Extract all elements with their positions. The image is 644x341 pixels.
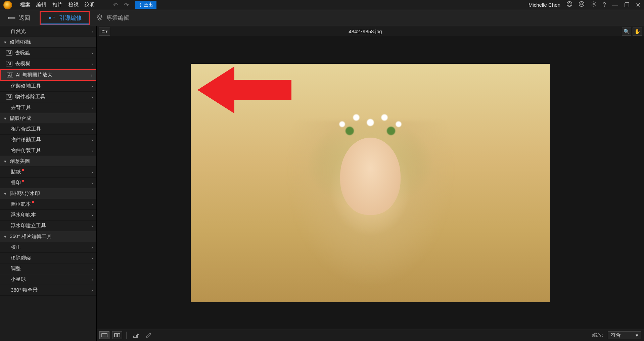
item-label: 小星球 xyxy=(11,276,26,283)
item-label: 移除腳架 xyxy=(11,255,31,261)
folder-dropdown[interactable]: 🗀▾ xyxy=(99,28,110,36)
upload-icon: ⇪ xyxy=(138,2,142,8)
chevron-down-icon: ▾ xyxy=(636,332,638,338)
tab-expert-edit[interactable]: 專業編輯 xyxy=(90,10,136,26)
user-name: Michelle Chen xyxy=(528,2,560,8)
expert-label: 專業編輯 xyxy=(106,14,129,22)
main-area: 自然光 › ▼修補/移除AI去噪點›AI去模糊›AIAI 無損圖片放大›仿製修補… xyxy=(0,26,644,341)
sidebar-item[interactable]: AIAI 無損圖片放大› xyxy=(0,69,96,81)
redo-icon[interactable]: ↷ xyxy=(124,1,129,9)
sidebar-group-header[interactable]: ▼圖框與浮水印 xyxy=(0,188,96,199)
export-button[interactable]: ⇪ 匯出 xyxy=(135,1,156,9)
new-dot-icon xyxy=(32,201,34,203)
help-icon[interactable]: ? xyxy=(603,1,606,8)
close-icon[interactable]: ✕ xyxy=(636,1,641,9)
sidebar-item[interactable]: 校正› xyxy=(0,242,96,253)
ai-badge-icon: AI xyxy=(6,94,12,100)
eyedropper-button[interactable] xyxy=(143,331,153,339)
sidebar-item-natural-light[interactable]: 自然光 › xyxy=(0,26,96,37)
item-label: 仿製修補工具 xyxy=(11,83,41,89)
sidebar-item[interactable]: 小星球› xyxy=(0,274,96,285)
menu-photo[interactable]: 相片 xyxy=(52,2,62,8)
item-label: 去噪點 xyxy=(15,50,30,56)
sidebar-item[interactable]: 浮水印範本› xyxy=(0,210,96,221)
sidebar-item[interactable]: AI去噪點› xyxy=(0,48,96,58)
svg-rect-4 xyxy=(102,334,107,337)
wand-icon: ✦⁺ xyxy=(47,14,56,22)
item-label: 物件移除工具 xyxy=(15,94,45,100)
sidebar-group-header[interactable]: ▼修補/移除 xyxy=(0,37,96,48)
view-single-button[interactable] xyxy=(99,331,109,339)
triangle-down-icon: ▼ xyxy=(3,116,7,120)
sidebar-item[interactable]: 調整› xyxy=(0,263,96,274)
chevron-right-icon: › xyxy=(91,61,93,66)
chevron-right-icon: › xyxy=(91,202,93,207)
chevron-right-icon: › xyxy=(91,212,93,218)
back-button[interactable]: ⟸ 返回 xyxy=(0,10,40,26)
chevron-right-icon: › xyxy=(91,72,92,78)
sidebar-item[interactable]: 移除腳架› xyxy=(0,253,96,263)
sidebar-item[interactable]: 360° 轉全景› xyxy=(0,285,96,296)
separator xyxy=(126,332,127,339)
chevron-right-icon: › xyxy=(91,29,93,34)
sidebar-item[interactable]: 仿製修補工具› xyxy=(0,81,96,92)
sidebar-item[interactable]: 浮水印建立工具› xyxy=(0,221,96,231)
canvas-header: 🗀▾ 484279858.jpg 🔍 ✋ xyxy=(97,26,644,37)
settings-icon[interactable] xyxy=(591,1,597,9)
sidebar-item[interactable]: AI去模糊› xyxy=(0,58,96,69)
chevron-right-icon: › xyxy=(91,84,93,89)
maximize-icon[interactable]: ❐ xyxy=(624,1,630,9)
item-label: 自然光 xyxy=(11,28,26,35)
item-label: 調整 xyxy=(11,265,21,272)
new-dot-icon xyxy=(22,180,24,182)
sidebar-item[interactable]: 去背工具› xyxy=(0,102,96,113)
sidebar-group-header[interactable]: ▼創意美圖 xyxy=(0,156,96,167)
sidebar-group-header[interactable]: ▼360° 相片編輯工具 xyxy=(0,231,96,242)
sidebar[interactable]: 自然光 › ▼修補/移除AI去噪點›AI去模糊›AIAI 無損圖片放大›仿製修補… xyxy=(0,26,97,341)
zoom-label: 縮放: xyxy=(592,332,603,338)
item-label: 校正 xyxy=(11,244,21,250)
hand-icon: ✋ xyxy=(634,29,641,35)
view-compare-button[interactable] xyxy=(112,331,122,339)
image-viewport[interactable] xyxy=(97,37,644,329)
zoom-tool-button[interactable]: 🔍 xyxy=(622,28,631,36)
tab-guided-edit[interactable]: ✦⁺ 引導編修 xyxy=(40,11,90,25)
open-filename: 484279858.jpg xyxy=(110,29,620,34)
histogram-button[interactable] xyxy=(131,331,141,339)
sidebar-item[interactable]: 物件仿製工具› xyxy=(0,145,96,156)
menu-view[interactable]: 檢視 xyxy=(68,2,79,8)
chevron-right-icon: › xyxy=(91,169,93,175)
item-label: 浮水印範本 xyxy=(11,212,36,218)
undo-icon[interactable]: ↶ xyxy=(113,1,118,9)
sidebar-item[interactable]: 疊印› xyxy=(0,178,96,188)
pan-tool-button[interactable]: ✋ xyxy=(633,28,642,36)
triangle-down-icon: ▼ xyxy=(3,192,7,196)
sidebar-item[interactable]: 相片合成工具› xyxy=(0,124,96,135)
menu-help[interactable]: 說明 xyxy=(85,2,95,8)
chevron-right-icon: › xyxy=(91,137,93,143)
guided-label: 引導編修 xyxy=(59,14,82,22)
sidebar-item[interactable]: AI物件移除工具› xyxy=(0,92,96,102)
chevron-right-icon: › xyxy=(91,94,93,100)
sidebar-item[interactable]: 貼紙› xyxy=(0,167,96,178)
back-label: 返回 xyxy=(19,14,30,22)
menu-file[interactable]: 檔案 xyxy=(20,2,30,8)
magnifier-icon: 🔍 xyxy=(624,29,630,35)
svg-rect-6 xyxy=(118,334,120,337)
menu-edit[interactable]: 編輯 xyxy=(36,2,46,8)
item-label: 貼紙 xyxy=(11,169,21,175)
app-logo xyxy=(3,1,12,9)
active-tab-underline xyxy=(41,23,89,25)
sidebar-group-header[interactable]: ▼擷取/合成 xyxy=(0,113,96,124)
triangle-down-icon: ▼ xyxy=(3,159,7,163)
user-icon[interactable] xyxy=(566,1,572,9)
layers-icon xyxy=(96,14,103,22)
chevron-right-icon: › xyxy=(91,148,93,153)
sidebar-item[interactable]: 物件移動工具› xyxy=(0,135,96,145)
ai-badge-icon: AI xyxy=(6,50,12,56)
bell-icon[interactable] xyxy=(579,1,585,9)
minimize-icon[interactable]: — xyxy=(612,1,618,8)
sidebar-item[interactable]: 圖框範本› xyxy=(0,199,96,210)
item-label: AI 無損圖片放大 xyxy=(16,72,52,78)
zoom-select[interactable]: 符合 ▾ xyxy=(608,331,641,339)
